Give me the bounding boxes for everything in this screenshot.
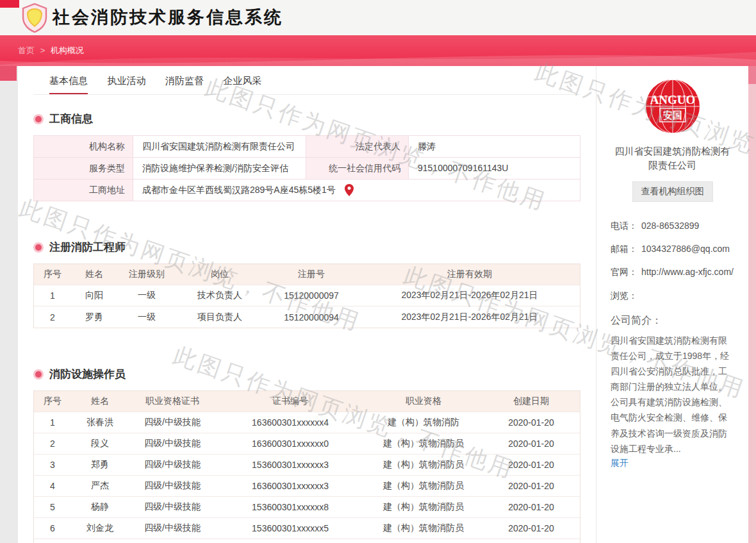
company-intro-title: 公司简介： — [596, 312, 748, 328]
section-title-text: 工商信息 — [49, 112, 93, 126]
left-edge-decoration — [0, 66, 17, 81]
tab-bar: 基本信息 执业活动 消防监督 企业风采 — [33, 66, 580, 95]
cell: 向阳 — [71, 290, 117, 301]
cell: 张春洪 — [71, 417, 129, 428]
section-bullet-icon — [35, 371, 42, 378]
corner-decoration — [0, 0, 19, 8]
col-header: 注册级别 — [117, 269, 176, 280]
breadcrumb-current: 机构概况 — [51, 46, 84, 55]
cell: 建（构）筑物消防 — [365, 417, 482, 428]
table-row: 2 罗勇 一级 项目负责人 15120000094 2023年02月21日-20… — [34, 306, 580, 328]
company-sidebar: ANGUO 安国 四川省安国建筑消防检测有限责任公司 查看机构组织图 电话： 0… — [596, 66, 748, 543]
legal-rep-value: 滕涛 — [409, 136, 580, 158]
cell: 1 — [34, 290, 71, 301]
cell: 严杰 — [71, 480, 129, 492]
cell: 3 — [34, 460, 71, 470]
operators-table: 序号 姓名 职业资格证书 证书编号 职业资格 创建日期 1 张春洪 四级/中级技… — [33, 390, 580, 543]
shield-logo-icon — [21, 3, 48, 35]
cell: 2020-01-20 — [482, 481, 580, 491]
address-cell: 成都市金牛区羊西线蜀汉路289号A座45栋5楼1号 — [133, 180, 580, 201]
content-card: 基本信息 执业活动 消防监督 企业风采 工商信息 机构名称 四川省安国建筑消防检… — [18, 66, 748, 543]
table-row: 3 郑勇 四级/中级技能 153600301xxxxxx3 建（构）筑物消防员 … — [34, 455, 580, 476]
section-business-info: 工商信息 — [33, 112, 580, 126]
engineers-table-header: 序号 姓名 注册级别 岗位 注册号 注册有效期 — [34, 264, 580, 285]
cell: 项目负责人 — [176, 312, 263, 323]
tab-company-gallery[interactable]: 企业风采 — [223, 75, 261, 93]
cell: 郑勇 — [71, 459, 129, 471]
email-value: 1034327886@qq.com — [641, 242, 730, 256]
tab-basic-info[interactable]: 基本信息 — [49, 75, 88, 94]
cell: 建（构）筑物消防员 — [365, 501, 482, 513]
cell: 4 — [34, 481, 71, 491]
cell: 2020-01-20 — [482, 439, 580, 449]
table-row: 1 张春洪 四级/中级技能 163600301xxxxxx4 建（构）筑物消防 … — [34, 412, 580, 433]
site-title: 社会消防技术服务信息系统 — [53, 0, 283, 35]
section-bullet-icon — [35, 116, 42, 122]
service-type-label: 服务类型 — [34, 158, 133, 180]
breadcrumb-home-link[interactable]: 首页 — [18, 46, 35, 55]
cell: 段义 — [71, 438, 129, 449]
operators-table-header: 序号 姓名 职业资格证书 证书编号 职业资格 创建日期 — [34, 391, 580, 412]
views-row: 浏览： — [611, 288, 735, 303]
cell: 2020-01-20 — [482, 523, 580, 533]
table-row: 4 严杰 四级/中级技能 163600301xxxxxx3 建（构）筑物消防员 … — [34, 476, 580, 497]
col-header: 序号 — [34, 269, 71, 280]
contact-info: 电话： 028-86532899 邮箱： 1034327886@qq.com 官… — [596, 219, 748, 303]
cell: 2023年02月21日-2026年02月21日 — [359, 312, 580, 323]
company-intro-text: 四川省安国建筑消防检测有限责任公司，成立于1998年，经四川省公安消防总队批准，… — [596, 328, 748, 456]
cell: 罗勇 — [71, 312, 117, 323]
cell: 建（构）筑物消防员 — [365, 480, 482, 492]
table-row: 5 杨静 四级/中级技能 153600301xxxxxx8 建（构）筑物消防员 … — [34, 497, 580, 518]
website-row: 官网： http://www.ag-xfjc.com/ — [611, 265, 735, 279]
tab-fire-supervision[interactable]: 消防监督 — [165, 75, 204, 93]
view-org-chart-button[interactable]: 查看机构组织图 — [632, 181, 713, 202]
col-header: 序号 — [34, 396, 71, 407]
cell: 四级/中级技能 — [129, 438, 216, 449]
cell: 163600301xxxxxx3 — [216, 481, 365, 491]
table-row: 7 邱菊 四级/中级技能 153600301xxxxxx6 建（构）筑物消防员 … — [34, 539, 580, 543]
col-header: 创建日期 — [482, 396, 580, 407]
cell: 四级/中级技能 — [129, 459, 216, 471]
cell: 2 — [34, 312, 71, 322]
cell: 2020-01-20 — [482, 502, 580, 512]
cell: 四级/中级技能 — [129, 480, 216, 492]
cell: 2 — [34, 439, 71, 449]
org-name-value: 四川省安国建筑消防检测有限责任公司 — [133, 136, 306, 158]
breadcrumb-separator: > — [40, 46, 45, 55]
right-edge-decoration — [748, 66, 756, 84]
cell: 163600301xxxxxx0 — [216, 439, 365, 449]
main-content: 基本信息 执业活动 消防监督 企业风采 工商信息 机构名称 四川省安国建筑消防检… — [18, 66, 596, 543]
business-info-table: 机构名称 四川省安国建筑消防检测有限责任公司 法定代表人 滕涛 服务类型 消防设… — [33, 135, 580, 201]
address-label: 工商地址 — [34, 180, 133, 201]
legal-rep-label: 法定代表人 — [306, 136, 409, 158]
page: 社会消防技术服务信息系统 首页 > 机构概况 基本信息 执业活动 消防监督 企业… — [0, 0, 756, 543]
expand-link[interactable]: 展开 — [596, 456, 748, 469]
col-header: 证书编号 — [216, 396, 365, 407]
col-header: 注册号 — [263, 269, 359, 280]
cell: 一级 — [117, 290, 176, 301]
top-header: 社会消防技术服务信息系统 — [0, 0, 756, 35]
email-row: 邮箱： 1034327886@qq.com — [611, 242, 735, 256]
views-label: 浏览： — [611, 288, 641, 303]
cell: 15120000097 — [263, 290, 359, 301]
right-edge-strip — [748, 66, 756, 543]
cell: 2020-01-20 — [482, 460, 580, 470]
svg-text:ANGUO: ANGUO — [650, 93, 695, 106]
website-label: 官网： — [611, 265, 641, 279]
map-pin-icon[interactable] — [345, 184, 354, 196]
col-header: 姓名 — [71, 269, 117, 280]
cell: 四级/中级技能 — [129, 417, 216, 428]
cell: 6 — [34, 523, 71, 533]
section-title-text: 消防设施操作员 — [49, 367, 126, 381]
cell: 163600301xxxxxx4 — [216, 417, 365, 428]
section-title-text: 注册消防工程师 — [49, 240, 126, 255]
cell: 杨静 — [71, 501, 129, 513]
tab-practice-activity[interactable]: 执业活动 — [107, 75, 145, 93]
cell: 153600301xxxxxx8 — [216, 502, 365, 512]
section-facility-operators: 消防设施操作员 — [33, 367, 580, 381]
website-link[interactable]: http://www.ag-xfjc.com/ — [641, 265, 734, 279]
phone-row: 电话： 028-86532899 — [611, 219, 735, 233]
section-bullet-icon — [35, 244, 42, 251]
col-header: 姓名 — [71, 396, 129, 407]
section-fire-engineers: 注册消防工程师 — [33, 240, 580, 255]
